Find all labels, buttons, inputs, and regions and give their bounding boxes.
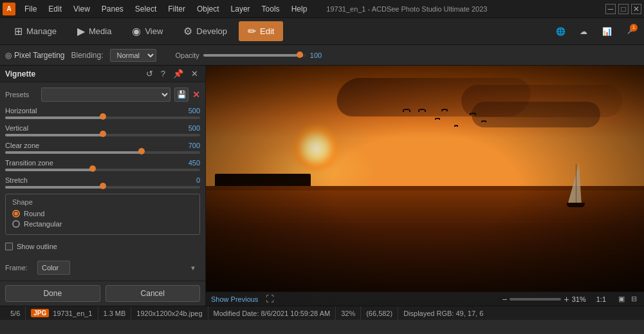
frame-select[interactable]: Color Blur Texture — [37, 261, 70, 275]
slider-vertical-track[interactable] — [5, 134, 200, 136]
zoom-in-button[interactable]: + — [564, 294, 569, 304]
mode-view-label: View — [145, 26, 163, 36]
zoom-slider[interactable] — [510, 298, 561, 301]
zoom-value: 31% — [572, 295, 586, 303]
frame-select-wrap: Color Blur Texture ▼ — [37, 261, 200, 275]
status-dimensions: 1920x1200x24b.jpeg — [131, 306, 208, 320]
opacity-slider[interactable] — [203, 54, 306, 57]
slider-clearzone-label: Clear zone — [5, 142, 39, 149]
presets-select[interactable] — [41, 88, 170, 102]
expand-icon[interactable]: ⛶ — [266, 294, 274, 304]
image-area: Show Previous ⛶ − + 31% 1:1 ▣ ⊟ — [206, 66, 644, 306]
menu-view[interactable]: View — [68, 3, 95, 15]
status-rgb: Displayed RGB: 49, 17, 6 — [398, 306, 488, 320]
menu-object[interactable]: Object — [192, 3, 225, 15]
menu-layer[interactable]: Layer — [226, 3, 255, 15]
mode-manage[interactable]: ⊞ Manage — [5, 21, 66, 41]
radio-round[interactable]: Round — [12, 210, 193, 218]
view-buttons: ▣ ⊟ — [616, 294, 639, 304]
menu-tools[interactable]: Tools — [257, 3, 285, 15]
shape-group: Shape Round Rectangular — [5, 194, 200, 235]
preset-save-button[interactable]: 💾 — [174, 88, 189, 102]
slider-stretch-label: Stretch — [5, 176, 28, 184]
preset-delete-button[interactable]: ✕ — [192, 89, 200, 100]
panel-close-button[interactable]: ✕ — [189, 68, 200, 79]
app-icon: A — [3, 3, 15, 15]
show-outline-checkbox[interactable] — [5, 243, 13, 250]
vignette-overlay — [206, 66, 644, 306]
slider-stretch-thumb[interactable] — [100, 183, 106, 189]
menu-panes[interactable]: Panes — [97, 3, 129, 15]
zoom-out-button[interactable]: − — [502, 294, 507, 304]
slider-vertical-thumb[interactable] — [100, 131, 106, 137]
slider-transitionzone-value: 450 — [189, 159, 200, 167]
shape-title: Shape — [12, 198, 193, 206]
mode-view[interactable]: ◉ View — [123, 21, 172, 41]
panel-help-button[interactable]: ? — [159, 68, 167, 79]
media-icon: ▶ — [77, 25, 85, 37]
slider-horizontal-thumb[interactable] — [100, 113, 106, 120]
radio-rectangular[interactable]: Rectangular — [12, 220, 193, 228]
status-coordinates: (66,582) — [361, 306, 398, 320]
pixel-targeting-toggle[interactable]: ◎ Pixel Targeting — [5, 51, 65, 60]
slider-transitionzone-track[interactable] — [5, 169, 200, 171]
target-icon: ◎ — [5, 51, 12, 60]
mode-edit[interactable]: ✏ Edit — [239, 21, 283, 41]
slider-clearzone-track[interactable] — [5, 151, 200, 154]
zoom-controls: − + 31% — [502, 294, 585, 304]
view-icon: ◉ — [132, 25, 141, 37]
slider-stretch: Stretch 0 — [5, 176, 200, 189]
show-outline-row[interactable]: Show outline — [5, 243, 200, 250]
slider-horizontal: Horizontal 500 — [5, 107, 200, 119]
globe-icon-btn[interactable]: 🌐 — [551, 23, 569, 41]
blending-select[interactable]: Normal Multiply Screen Overlay Darken Li… — [110, 49, 156, 62]
manage-icon: ⊞ — [14, 25, 23, 37]
menu-edit[interactable]: Edit — [43, 3, 67, 15]
zoom-ratio[interactable]: 1:1 — [596, 295, 606, 303]
notification-badge: 1 — [630, 24, 638, 32]
menu-select[interactable]: Select — [130, 3, 161, 15]
maximize-button[interactable]: □ — [618, 4, 629, 14]
view-btn-2[interactable]: ⊟ — [629, 294, 639, 304]
slider-horizontal-label: Horizontal — [5, 107, 37, 115]
panel-pin-button[interactable]: 📌 — [171, 68, 185, 79]
cancel-button[interactable]: Cancel — [106, 285, 201, 302]
mode-edit-label: Edit — [260, 26, 274, 36]
mode-media-label: Media — [89, 26, 111, 36]
frame-label: Frame: — [5, 264, 33, 272]
slider-transitionzone-thumb[interactable] — [89, 165, 96, 172]
share-icon-btn[interactable]: ↗ 1 — [621, 23, 639, 41]
mode-media[interactable]: ▶ Media — [68, 21, 120, 41]
chart-icon-btn[interactable]: 📊 — [598, 23, 616, 41]
minimize-button[interactable]: ─ — [605, 4, 616, 14]
cloud-icon-btn[interactable]: ☁ — [575, 23, 593, 41]
show-previous-button[interactable]: Show Previous — [211, 295, 258, 303]
vignette-panel: Vignette ↺ ? 📌 ✕ Presets 💾 ✕ Horizontal … — [0, 66, 206, 306]
view-btn-1[interactable]: ▣ — [616, 294, 627, 304]
menu-file[interactable]: File — [19, 3, 42, 15]
develop-icon: ⚙ — [183, 25, 192, 37]
menu-filter[interactable]: Filter — [163, 3, 190, 15]
slider-horizontal-track[interactable] — [5, 116, 200, 119]
panel-refresh-button[interactable]: ↺ — [144, 68, 155, 79]
mode-manage-label: Manage — [26, 26, 57, 36]
opacity-value: 100 — [310, 51, 322, 59]
slider-horizontal-value: 500 — [189, 107, 200, 115]
slider-stretch-value: 0 — [196, 176, 200, 184]
slider-clearzone-thumb[interactable] — [138, 148, 145, 154]
radio-rectangular-label: Rectangular — [24, 220, 62, 228]
slider-vertical-label: Vertical — [5, 124, 28, 132]
slider-vertical-value: 500 — [189, 124, 200, 132]
presets-label: Presets — [5, 91, 37, 98]
close-button[interactable]: ✕ — [631, 4, 641, 14]
done-button[interactable]: Done — [5, 285, 100, 302]
mode-develop[interactable]: ⚙ Develop — [174, 21, 236, 41]
radio-round-label: Round — [24, 210, 44, 218]
edit-icon: ✏ — [248, 25, 256, 37]
main-layout: Vignette ↺ ? 📌 ✕ Presets 💾 ✕ Horizontal … — [0, 66, 644, 306]
status-bar: 5/6 JPG 19731_en_1 1.3 MB 1920x1200x24b.… — [0, 306, 644, 320]
frame-row: Frame: Color Blur Texture ▼ — [5, 261, 200, 275]
slider-clearzone-value: 700 — [189, 142, 200, 149]
menu-help[interactable]: Help — [286, 3, 313, 15]
slider-stretch-track[interactable] — [5, 186, 200, 189]
